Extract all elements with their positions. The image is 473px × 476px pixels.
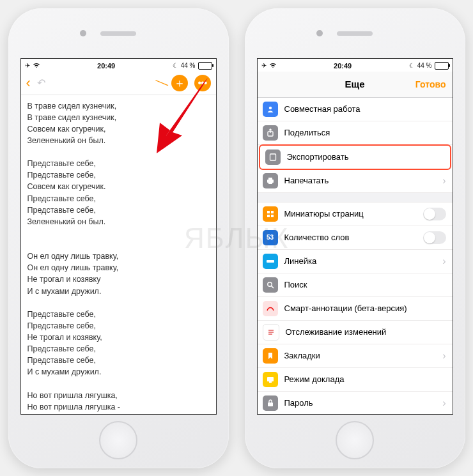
editor-toolbar: ‹ ↶ ╲ ＋ ••• bbox=[21, 72, 216, 95]
done-button[interactable]: Готово bbox=[415, 79, 446, 89]
svg-rect-4 bbox=[268, 178, 272, 180]
wordcount-icon: 53 bbox=[263, 230, 278, 245]
menu-label: Пароль bbox=[284, 398, 313, 408]
menu-label: Экспортировать bbox=[287, 152, 349, 162]
battery-icon bbox=[435, 62, 449, 70]
home-button[interactable] bbox=[99, 421, 137, 459]
menu-label: Отслеживание изменений bbox=[286, 327, 387, 337]
document-body[interactable]: В траве сидел кузнечик, В траве сидел ку… bbox=[21, 95, 216, 414]
menu-label: Напечатать bbox=[284, 176, 329, 185]
toggle-wordcount[interactable] bbox=[423, 231, 446, 244]
menu-navbar: Еще Готово bbox=[258, 72, 453, 98]
menu-item-presenter[interactable]: Режим доклада bbox=[258, 368, 453, 392]
svg-rect-9 bbox=[271, 215, 274, 217]
airplane-icon: ✈ bbox=[25, 62, 30, 69]
bookmark-icon bbox=[263, 348, 278, 364]
airplane-icon: ✈ bbox=[261, 62, 267, 69]
menu-label: Количество слов bbox=[284, 233, 350, 242]
menu-item-search[interactable]: Поиск bbox=[258, 273, 453, 297]
share-icon bbox=[263, 125, 278, 141]
undo-button[interactable]: ↶ bbox=[37, 77, 45, 89]
menu-label: Совместная работа bbox=[284, 104, 361, 114]
svg-rect-10 bbox=[267, 260, 274, 263]
menu-item-ruler[interactable]: Линейка › bbox=[258, 250, 453, 273]
status-time: 20:49 bbox=[97, 62, 115, 70]
menu-item-print[interactable]: Напечатать › bbox=[258, 169, 453, 193]
export-icon bbox=[265, 150, 281, 165]
phone-left: ✈ 20:49 ☾ 44 % ‹ ↶ ╲ ＋ ••• В т bbox=[8, 8, 229, 468]
speaker-slot bbox=[337, 31, 373, 36]
search-icon bbox=[263, 277, 278, 293]
wifi-icon bbox=[33, 62, 40, 70]
toggle-thumbnails[interactable] bbox=[423, 208, 446, 220]
svg-rect-6 bbox=[267, 211, 270, 213]
menu-list: Совместная работа Поделиться Экспортиров… bbox=[258, 98, 453, 414]
svg-rect-16 bbox=[267, 377, 274, 381]
battery-text: 44 % bbox=[181, 62, 196, 69]
menu-item-wordcount[interactable]: 53 Количество слов bbox=[258, 226, 453, 250]
presenter-icon bbox=[263, 372, 278, 387]
chevron-right-icon: › bbox=[442, 397, 446, 409]
menu-label: Закладки bbox=[284, 351, 320, 360]
menu-label: Режим доклада bbox=[284, 374, 345, 384]
svg-rect-7 bbox=[271, 211, 274, 213]
brush-button[interactable]: ╲ bbox=[155, 76, 168, 89]
lock-icon bbox=[263, 395, 278, 411]
chevron-right-icon: › bbox=[442, 350, 446, 362]
menu-item-export[interactable]: Экспортировать bbox=[259, 144, 451, 170]
camera-dot bbox=[80, 30, 86, 36]
svg-point-11 bbox=[267, 282, 271, 286]
menu-item-smartannotations[interactable]: Смарт-аннотации (бета-версия) bbox=[258, 297, 453, 321]
ellipsis-icon: ••• bbox=[198, 78, 207, 88]
screen-editor: ✈ 20:49 ☾ 44 % ‹ ↶ ╲ ＋ ••• В т bbox=[20, 58, 217, 415]
status-bar: ✈ 20:49 ☾ 44 % bbox=[21, 59, 216, 72]
section-gap bbox=[258, 193, 453, 203]
annotation-icon bbox=[263, 301, 278, 316]
menu-item-share[interactable]: Поделиться bbox=[258, 121, 453, 145]
home-button[interactable] bbox=[336, 421, 374, 459]
screen-menu: ✈ 20:49 ☾ 44 % Еще Готово Совместная раб… bbox=[257, 58, 453, 415]
speaker-slot bbox=[100, 31, 136, 36]
menu-label: Поделиться bbox=[284, 128, 330, 137]
wifi-icon bbox=[269, 62, 277, 70]
track-icon bbox=[263, 324, 279, 341]
menu-label: Линейка bbox=[284, 256, 317, 266]
svg-line-12 bbox=[271, 286, 274, 288]
menu-item-trackchanges[interactable]: Отслеживание изменений bbox=[258, 321, 453, 344]
menu-item-password[interactable]: Пароль › bbox=[258, 392, 453, 414]
menu-item-thumbnails[interactable]: Миниатюры страниц bbox=[258, 203, 453, 226]
svg-rect-18 bbox=[268, 403, 273, 406]
add-button[interactable]: ＋ bbox=[171, 75, 188, 91]
menu-label: Поиск bbox=[284, 280, 307, 289]
menu-label: Миниатюры страниц bbox=[284, 209, 364, 219]
person-icon bbox=[263, 102, 278, 117]
menu-title: Еще bbox=[345, 79, 364, 89]
svg-rect-5 bbox=[268, 182, 272, 184]
back-button[interactable]: ‹ bbox=[26, 75, 31, 91]
moon-icon: ☾ bbox=[409, 62, 415, 69]
phone-right: ✈ 20:49 ☾ 44 % Еще Готово Совместная раб… bbox=[245, 8, 465, 468]
svg-point-0 bbox=[268, 106, 271, 109]
chevron-right-icon: › bbox=[442, 175, 446, 187]
ruler-icon bbox=[263, 254, 278, 269]
menu-item-bookmarks[interactable]: Закладки › bbox=[258, 344, 453, 368]
battery-text: 44 % bbox=[417, 62, 432, 69]
plus-icon: ＋ bbox=[174, 77, 185, 89]
svg-rect-8 bbox=[267, 215, 270, 217]
more-button[interactable]: ••• bbox=[194, 75, 211, 91]
menu-item-collab[interactable]: Совместная работа bbox=[258, 98, 453, 121]
camera-dot bbox=[316, 30, 323, 36]
print-icon bbox=[263, 173, 278, 188]
status-bar: ✈ 20:49 ☾ 44 % bbox=[258, 59, 453, 72]
svg-rect-17 bbox=[269, 381, 272, 383]
chevron-right-icon: › bbox=[442, 256, 446, 267]
svg-rect-2 bbox=[270, 154, 275, 160]
thumbs-icon bbox=[263, 206, 278, 222]
menu-label: Смарт-аннотации (бета-версия) bbox=[284, 303, 407, 313]
status-time: 20:49 bbox=[334, 62, 352, 70]
moon-icon: ☾ bbox=[173, 62, 178, 69]
battery-icon bbox=[198, 62, 212, 70]
